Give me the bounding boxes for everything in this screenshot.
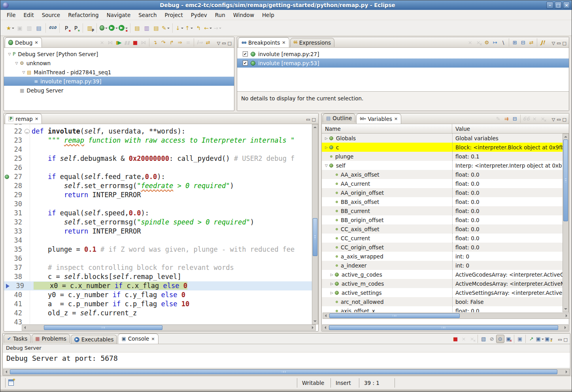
menu-item[interactable]: Project [161, 11, 187, 19]
open-console-link-button[interactable]: ↗ [527, 335, 536, 343]
view-menu-icon[interactable]: ▽ [217, 41, 220, 46]
code-editor[interactable]: 2122def involute(self, userdata, **words… [4, 124, 318, 324]
gutter-annotation[interactable] [4, 245, 10, 254]
expander-icon[interactable]: ▷ [329, 291, 335, 295]
view-tab[interactable]: (x)=Variables× [356, 113, 401, 124]
new-watch-expression-button[interactable]: 66 [522, 115, 530, 123]
expander-icon[interactable]: ▷ [323, 145, 329, 149]
gutter-annotation[interactable] [4, 136, 10, 145]
show-console-on-output-button[interactable]: ▣× [504, 335, 513, 343]
code-line[interactable]: 33 return INTERP_ERROR [4, 227, 318, 236]
fold-marker-icon[interactable] [24, 245, 30, 254]
code-line[interactable]: 42 old_z = self.current_z [4, 309, 318, 318]
expander-icon[interactable]: ▽ [13, 61, 20, 65]
variable-row[interactable]: BB_currentfloat: 0.0 [322, 206, 563, 215]
gutter-annotation[interactable] [4, 227, 10, 236]
debug-tree-item[interactable]: ▽PDebug Server [Python Server] [4, 49, 234, 58]
variables-vertical-scrollbar[interactable] [563, 134, 569, 312]
close-tab-icon[interactable]: × [35, 116, 38, 121]
code-line[interactable]: 26 [4, 163, 318, 172]
view-menu-icon[interactable]: ▽ [552, 41, 555, 46]
new-wizard-button[interactable]: ★ [6, 23, 15, 33]
scroll-left-icon[interactable] [323, 325, 328, 330]
tab-debug[interactable]: Debug× [5, 37, 42, 47]
variables-outer-scrollbar[interactable] [322, 324, 568, 331]
code-line[interactable]: 22def involute(self, userdata, **words): [4, 127, 318, 136]
fold-marker-icon[interactable] [24, 136, 30, 145]
expander-icon[interactable]: ▷ [323, 136, 329, 140]
minimize-view-icon[interactable]: ▭ [306, 117, 310, 122]
pin-console-button[interactable]: ⊙ [496, 335, 504, 343]
dropdown-arrow-icon[interactable] [219, 28, 221, 30]
gutter-annotation[interactable] [4, 218, 10, 227]
gutter-annotation[interactable] [4, 163, 10, 172]
suspend-button[interactable]: ▮▮ [123, 38, 131, 47]
step-return-button[interactable]: ↱ [168, 38, 176, 47]
dropdown-arrow-icon[interactable] [167, 28, 170, 30]
use-step-filters-button[interactable]: ≡ [184, 38, 193, 47]
fold-marker-icon[interactable] [24, 272, 30, 281]
variable-row[interactable]: CC_axis_offsetfloat: 0.0 [322, 224, 563, 234]
scroll-lock-button[interactable]: ⊘ [488, 335, 496, 343]
scroll-up-icon[interactable] [563, 134, 568, 139]
expander-icon[interactable]: ▽ [323, 164, 329, 168]
variable-row[interactable]: CC_currentfloat: 0.0 [322, 234, 563, 243]
link-with-debug-view-button[interactable]: ⇄ [527, 38, 536, 47]
view-tab[interactable]: ✔Tasks× [4, 334, 31, 343]
debug-tree-item[interactable]: ▽▤MainThread - pid27841_seq1 [4, 68, 234, 77]
editor-vertical-scrollbar[interactable] [312, 124, 318, 324]
variable-row[interactable]: ▷cBlock: <interpreter.Block object at 0x… [322, 143, 563, 152]
instruction-stepping-button[interactable]: i⇒ [196, 38, 204, 47]
pydev-debug-file-button[interactable]: P★ [71, 23, 81, 33]
binary-file-button[interactable]: 010 [48, 23, 57, 33]
gutter-annotation[interactable] [4, 172, 10, 181]
terminate-button[interactable]: ■ [131, 38, 140, 47]
minimize-view-icon[interactable]: ▭ [558, 337, 562, 342]
fold-marker-icon[interactable] [24, 300, 30, 309]
code-line[interactable]: 25 if self.debugmask & 0x20000000: call_… [4, 154, 318, 163]
gutter-annotation[interactable] [4, 300, 10, 309]
scroll-left-icon[interactable] [323, 313, 328, 318]
fold-marker-icon[interactable] [24, 218, 30, 227]
fold-marker-icon[interactable] [24, 254, 30, 263]
next-annotation-button[interactable]: ↓ [175, 23, 184, 33]
code-line[interactable]: 36 [4, 254, 318, 263]
minimize-view-icon[interactable]: ▭ [557, 117, 561, 122]
fold-marker-icon[interactable] [24, 124, 30, 127]
dropdown-arrow-icon[interactable] [542, 339, 544, 341]
close-tab-icon[interactable]: × [151, 336, 155, 341]
menu-item[interactable]: Pydev [187, 11, 211, 19]
fold-marker-icon[interactable] [24, 209, 30, 218]
code-line[interactable]: 30 [4, 200, 318, 209]
code-line[interactable]: 34 [4, 236, 318, 245]
open-resource-button[interactable]: ▤ [132, 23, 142, 33]
step-into-button[interactable]: ↴ [151, 38, 159, 47]
variable-row[interactable]: a_indexerint: 0 [322, 261, 563, 270]
view-tab[interactable]: ▶Executables× [71, 335, 117, 344]
view-menu-icon[interactable]: ▽ [552, 117, 555, 122]
dropdown-arrow-icon[interactable] [12, 28, 14, 30]
maximize-view-icon[interactable]: □ [563, 117, 566, 122]
variable-row[interactable]: AA_axis_offsetfloat: 0.0 [322, 170, 563, 179]
dropdown-arrow-icon[interactable] [105, 28, 108, 30]
code-line[interactable]: 23 """ remap function with raw access to… [4, 136, 318, 145]
gutter-annotation[interactable] [4, 254, 10, 263]
remove-selected-breakpoints-button[interactable]: × [466, 38, 474, 47]
expander-icon[interactable]: ▽ [21, 70, 27, 74]
fold-marker-icon[interactable] [24, 154, 30, 163]
go-to-file-button[interactable]: ↦ [491, 38, 499, 47]
back-button[interactable]: ← [203, 23, 213, 33]
debug-button[interactable] [99, 23, 108, 33]
close-tab-icon[interactable]: × [282, 40, 285, 45]
scrollbar-thumb[interactable] [10, 369, 557, 374]
breakpoint-item[interactable]: involute [remap.py:27] [237, 49, 569, 58]
breakpoint-checkbox[interactable] [243, 60, 248, 66]
expander-icon[interactable]: ▷ [329, 273, 335, 277]
gutter-annotation[interactable] [4, 236, 10, 245]
code-line[interactable]: 24 [4, 145, 318, 154]
scroll-right-icon[interactable] [564, 369, 569, 375]
code-line[interactable]: 29 return INTERP_ERROR [4, 190, 318, 200]
gutter-annotation[interactable] [4, 281, 12, 290]
gutter-annotation[interactable] [4, 200, 10, 209]
fold-marker-icon[interactable] [24, 127, 30, 136]
